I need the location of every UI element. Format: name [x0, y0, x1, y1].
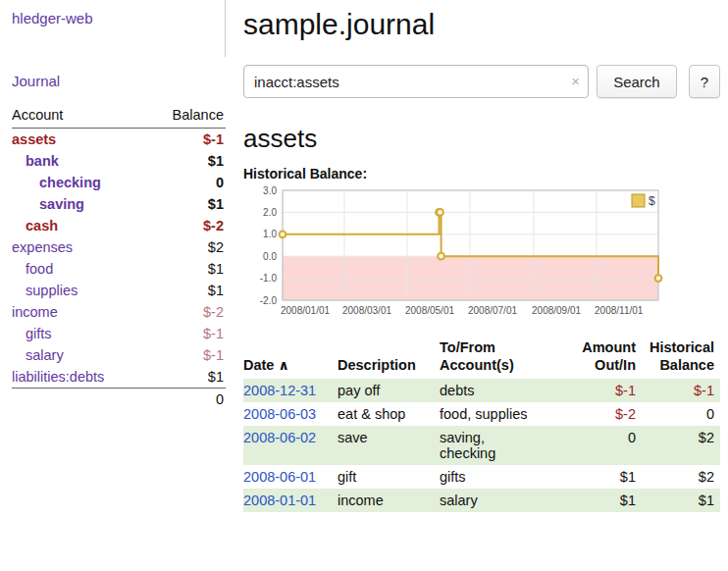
account-balance: 0 — [148, 172, 226, 193]
accounts-header-balance: Balance — [148, 103, 226, 129]
register-header-balance: Historical Balance — [642, 336, 720, 379]
account-link[interactable]: assets — [12, 131, 56, 147]
accounts-header-row: Account Balance — [12, 103, 226, 129]
help-button[interactable]: ? — [689, 65, 720, 98]
account-link[interactable]: salary — [26, 347, 64, 363]
account-link[interactable]: gifts — [26, 326, 52, 341]
account-row: bank$1 — [12, 150, 226, 172]
account-balance: $1 — [148, 193, 226, 215]
svg-text:2008/01/01: 2008/01/01 — [281, 305, 330, 316]
accounts-table-body: assets$-1bank$1checking0saving$1cash$-2e… — [12, 129, 226, 389]
sidebar-item-journal[interactable]: Journal — [12, 73, 60, 89]
register-header-accounts: To/From Account(s) — [440, 336, 565, 379]
transaction-description: eat & shop — [338, 402, 440, 426]
search-box: × — [243, 65, 589, 98]
transaction-amount: $1 — [565, 489, 642, 512]
account-link[interactable]: expenses — [12, 239, 73, 255]
account-link[interactable]: bank — [26, 153, 59, 169]
accounts-table: Account Balance assets$-1bank$1checking0… — [12, 103, 226, 410]
transaction-date-link[interactable]: 2008-06-02 — [243, 430, 316, 445]
search-row: × Search ? — [243, 65, 720, 98]
svg-text:2008/07/01: 2008/07/01 — [468, 305, 517, 316]
account-row: supplies$1 — [12, 280, 226, 301]
transaction-amount: $1 — [565, 465, 642, 489]
accounts-header-account: Account — [12, 103, 148, 129]
account-row: saving$1 — [12, 193, 226, 215]
register-table-body: 2008-12-31pay offdebts$-1$-12008-06-03ea… — [243, 379, 720, 512]
account-heading: assets — [243, 124, 720, 154]
register-header-date-label: Date — [243, 357, 274, 373]
register-row[interactable]: 2008-12-31pay offdebts$-1$-1 — [243, 379, 720, 402]
account-balance: $1 — [148, 280, 226, 301]
register-row[interactable]: 2008-06-02savesaving, checking0$2 — [243, 426, 720, 465]
account-row: food$1 — [12, 258, 226, 280]
svg-text:2008/03/01: 2008/03/01 — [342, 305, 391, 316]
transaction-accounts: saving, checking — [440, 426, 565, 465]
app-title-link[interactable]: hledger-web — [12, 10, 93, 26]
svg-text:$: $ — [649, 194, 655, 208]
account-link[interactable]: food — [26, 261, 53, 277]
account-row: gifts$-1 — [12, 323, 226, 344]
transaction-amount: 0 — [565, 426, 642, 465]
account-balance: $-2 — [148, 215, 226, 236]
transaction-balance: 0 — [642, 402, 720, 426]
transaction-balance: $2 — [642, 426, 720, 465]
sort-ascending-icon: ∧ — [278, 357, 288, 373]
account-link[interactable]: liabilities:debts — [12, 369, 104, 385]
account-balance: $-2 — [148, 301, 226, 323]
sidebar: hledger-web Journal Account Balance asse… — [0, 0, 226, 410]
transaction-date-link[interactable]: 2008-06-01 — [243, 469, 316, 485]
register-table: Date ∧ Description To/From Account(s) Am… — [243, 336, 720, 512]
svg-text:2008/05/01: 2008/05/01 — [405, 305, 454, 316]
account-link[interactable]: saving — [39, 196, 84, 212]
transaction-date-link[interactable]: 2008-01-01 — [243, 493, 316, 508]
account-row: liabilities:debts$1 — [12, 366, 226, 389]
register-header-date[interactable]: Date ∧ — [243, 336, 338, 379]
transaction-balance: $2 — [642, 465, 720, 489]
transaction-accounts: gifts — [440, 465, 565, 489]
svg-text:3.0: 3.0 — [263, 185, 277, 196]
transaction-balance: $1 — [642, 489, 720, 512]
account-balance: $-1 — [148, 129, 226, 151]
account-row: income$-2 — [12, 301, 226, 323]
search-input[interactable] — [243, 65, 589, 98]
account-link[interactable]: checking — [39, 175, 101, 190]
register-row[interactable]: 2008-06-01giftgifts$1$2 — [243, 465, 720, 489]
balance-chart-svg: 3.02.01.00.0-1.0-2.02008/01/012008/03/01… — [243, 185, 695, 323]
transaction-description: income — [338, 489, 440, 512]
account-row: cash$-2 — [12, 215, 226, 236]
accounts-total-spacer — [12, 389, 148, 411]
journal-nav: Journal — [0, 57, 226, 103]
svg-text:2008/09/01: 2008/09/01 — [532, 305, 581, 316]
account-row: assets$-1 — [12, 129, 226, 151]
account-balance: $1 — [148, 366, 226, 389]
register-row[interactable]: 2008-01-01incomesalary$1$1 — [243, 489, 720, 512]
transaction-balance: $-1 — [642, 379, 720, 402]
account-row: salary$-1 — [12, 344, 226, 366]
account-balance: $1 — [148, 150, 226, 172]
transaction-description: save — [338, 426, 440, 465]
svg-text:2.0: 2.0 — [263, 207, 277, 218]
account-balance: $1 — [148, 258, 226, 280]
register-row[interactable]: 2008-06-03eat & shopfood, supplies$-20 — [243, 402, 720, 426]
main-content: sample.journal × Search ? assets Histori… — [226, 0, 728, 512]
svg-text:0.0: 0.0 — [263, 251, 277, 262]
search-button[interactable]: Search — [597, 65, 677, 98]
transaction-date-link[interactable]: 2008-06-03 — [243, 406, 316, 422]
account-row: expenses$2 — [12, 236, 226, 258]
chart-title: Historical Balance: — [243, 166, 720, 182]
transaction-accounts: food, supplies — [440, 402, 565, 426]
account-link[interactable]: supplies — [26, 283, 78, 298]
transaction-amount: $-1 — [565, 379, 642, 402]
accounts-total-value: 0 — [148, 389, 226, 411]
account-link[interactable]: income — [12, 304, 58, 320]
account-balance: $2 — [148, 236, 226, 258]
transaction-accounts: debts — [440, 379, 565, 402]
svg-text:-1.0: -1.0 — [260, 273, 278, 284]
clear-search-icon[interactable]: × — [571, 73, 580, 90]
account-row: checking0 — [12, 172, 226, 193]
transaction-date-link[interactable]: 2008-12-31 — [243, 383, 316, 398]
register-header-amount: Amount Out/In — [565, 336, 642, 379]
register-header-description: Description — [338, 336, 440, 379]
account-link[interactable]: cash — [26, 218, 58, 234]
